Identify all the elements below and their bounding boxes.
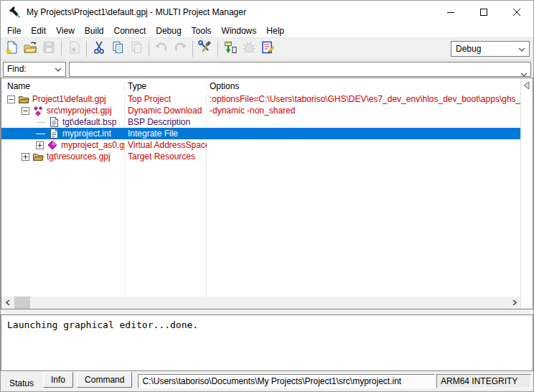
log-text: Launching graphical editor...done. <box>1 315 533 335</box>
menu-connect[interactable]: Connect <box>109 24 151 37</box>
undo-button <box>152 39 171 58</box>
tree-connector <box>36 134 45 134</box>
build-config-value: Debug <box>456 44 481 54</box>
menu-file[interactable]: File <box>2 24 26 37</box>
open-project-button[interactable] <box>21 39 39 58</box>
add-file-button <box>65 39 83 58</box>
menu-tools[interactable]: Tools <box>187 24 217 37</box>
window-title: My Projects\Project1\default.gpj - MULTI… <box>27 7 246 17</box>
toolbar-separator <box>61 41 62 57</box>
tree-item-options <box>207 151 520 162</box>
undo-icon <box>154 40 169 57</box>
status-file-path: C:\Users\taboriso\Documents\My Projects\… <box>138 374 435 388</box>
find-input-wrap <box>69 62 531 77</box>
minimize-button[interactable] <box>434 1 467 24</box>
expander-plus-icon[interactable] <box>36 141 44 149</box>
expander-minus-icon[interactable] <box>22 107 29 115</box>
debug-icon <box>242 40 256 57</box>
tree-item-name: src\myproject.gpj <box>47 106 112 116</box>
scrollbar-thumb[interactable] <box>14 297 30 309</box>
scroll-left-icon[interactable] <box>1 297 14 309</box>
tree-item-options: :optionsFile=C:\Users\taboriso\GHS\DEV\e… <box>207 93 520 105</box>
bottom-bar: StatusInfoCommand C:\Users\taboriso\Docu… <box>1 371 533 391</box>
tab-info[interactable]: Info <box>43 372 73 388</box>
horizontal-scrollbar[interactable] <box>1 297 520 309</box>
new-project-button[interactable] <box>2 39 21 58</box>
chevron-down-icon[interactable] <box>520 67 528 80</box>
file-icon <box>48 116 60 128</box>
tree-body: Project1\default.gpjTop Project:optionsF… <box>1 93 520 297</box>
tree-item-type: BSP Description <box>125 116 207 128</box>
chevron-down-icon <box>518 44 525 54</box>
new-file-icon <box>4 40 19 57</box>
build-config-select[interactable]: Debug <box>451 41 530 57</box>
toolbar-separator <box>217 41 218 57</box>
find-label: Find: <box>7 64 27 74</box>
edit-file-button[interactable] <box>258 39 277 58</box>
paste-button <box>127 39 146 58</box>
menu-windows[interactable]: Windows <box>217 24 262 37</box>
chevron-down-icon <box>55 64 62 74</box>
output-log[interactable]: Launching graphical editor...done. <box>1 314 533 371</box>
tree-item-name: tgt\resources.gpj <box>47 151 111 162</box>
title-bar: My Projects\Project1\default.gpj - MULTI… <box>1 1 533 24</box>
find-input[interactable] <box>69 62 531 77</box>
scroll-right-icon[interactable] <box>508 297 520 309</box>
expander-plus-icon[interactable] <box>22 153 29 161</box>
tree-item-name: myproject.int <box>62 129 111 139</box>
tree-item-name: myproject_as0.gpj <box>61 140 125 150</box>
tree-item-type: Integrate File <box>125 128 207 139</box>
find-mode-select[interactable]: Find: <box>3 62 66 77</box>
tree-row[interactable]: tgt\default.bspBSP Description <box>1 116 520 128</box>
tree-item-options <box>207 116 520 128</box>
debug-button <box>240 39 258 58</box>
tree-item-name: tgt\default.bsp <box>62 117 116 127</box>
tab-command[interactable]: Command <box>77 372 132 388</box>
add-file-icon <box>67 40 81 57</box>
toolbar-separator <box>86 41 87 57</box>
tree-item-options <box>207 128 520 139</box>
find-row: Find: <box>1 60 533 78</box>
menu-view[interactable]: View <box>51 24 80 37</box>
diamond-icon <box>47 139 58 151</box>
column-header-type[interactable]: Type <box>125 81 207 91</box>
diamonds-icon <box>32 105 44 116</box>
connect-icon <box>223 40 238 57</box>
build-icon <box>198 40 212 57</box>
tree-item-type: Target Resources <box>125 151 207 162</box>
tree-item-options <box>207 139 520 151</box>
build-button[interactable] <box>196 39 215 58</box>
copy-icon <box>111 40 125 57</box>
column-header-options[interactable]: Options <box>207 81 520 91</box>
paste-icon <box>129 40 144 57</box>
close-button[interactable] <box>500 1 533 24</box>
tab-status[interactable]: Status <box>4 375 39 390</box>
menu-build[interactable]: Build <box>80 24 109 37</box>
file-icon <box>48 128 60 139</box>
expander-minus-icon[interactable] <box>7 95 15 103</box>
folder-icon <box>32 151 44 162</box>
connect-button[interactable] <box>221 39 240 58</box>
redo-icon <box>173 40 187 57</box>
maximize-button[interactable] <box>467 1 500 24</box>
tree-row[interactable]: myproject_as0.gpjVirtual AddressSpace <box>1 139 520 151</box>
open-folder-icon <box>23 40 37 57</box>
tree-item-type: Dynamic Download <box>125 105 207 116</box>
tree-row[interactable]: Project1\default.gpjTop Project:optionsF… <box>1 93 520 105</box>
toolbar-separator <box>192 41 193 57</box>
tree-row[interactable]: myproject.intIntegrate File <box>1 128 520 139</box>
cut-icon <box>92 40 106 57</box>
cut-button[interactable] <box>90 39 108 58</box>
tree-item-type: Top Project <box>125 93 207 105</box>
collapse-panel-button[interactable] <box>521 80 533 91</box>
tree-item-name: Project1\default.gpj <box>32 94 106 104</box>
project-tree-panel: Name Type Options Project1\default.gpjTo… <box>1 78 533 309</box>
column-header-name[interactable]: Name <box>1 81 125 91</box>
multi-project-manager-window: My Projects\Project1\default.gpj - MULTI… <box>0 0 534 392</box>
tree-row[interactable]: src\myproject.gpjDynamic Download-dynami… <box>1 105 520 116</box>
menu-help[interactable]: Help <box>261 24 289 37</box>
copy-button[interactable] <box>108 39 127 58</box>
menu-debug[interactable]: Debug <box>151 24 186 37</box>
menu-edit[interactable]: Edit <box>26 24 51 37</box>
tree-row[interactable]: tgt\resources.gpjTarget Resources <box>1 151 520 162</box>
